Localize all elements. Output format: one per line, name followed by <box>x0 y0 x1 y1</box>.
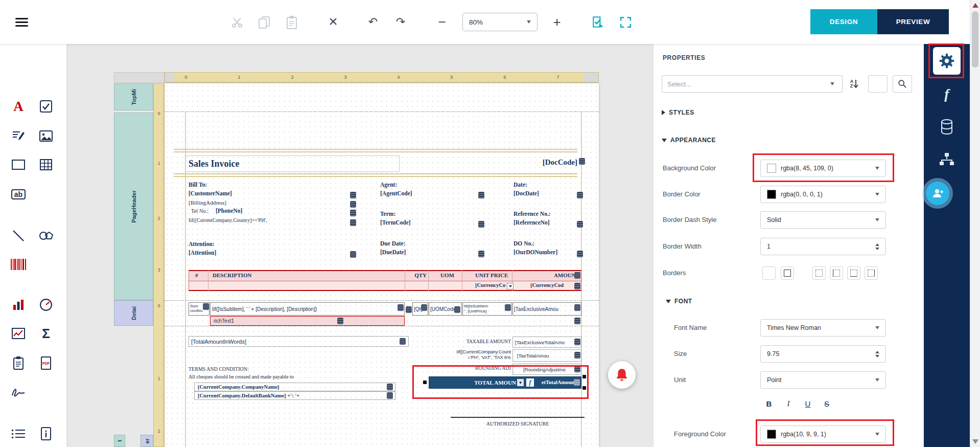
sum-tool[interactable]: Σ <box>37 324 55 343</box>
section-appearance[interactable]: APPEARANCE <box>662 137 716 144</box>
border-dash-select[interactable]: Solid <box>760 211 886 229</box>
total-amount-row[interactable]: TOTAL AMOUN ▾ f etTotalAmoun <box>429 376 581 389</box>
band-top-margin[interactable]: TopMi <box>114 83 153 110</box>
properties-tool-button[interactable] <box>933 47 961 75</box>
info-page-tool[interactable] <box>37 424 55 443</box>
label-tool[interactable]: ab <box>9 185 28 204</box>
scroll-down-icon[interactable] <box>972 439 978 444</box>
pdf-tool[interactable]: PDF <box>37 354 55 372</box>
taxable-amount-cell[interactable]: [TaxExclusiveTotalAmo <box>512 337 581 348</box>
table-tool[interactable] <box>37 155 55 174</box>
text-tool[interactable]: A <box>9 97 28 116</box>
image-tool[interactable] <box>37 127 55 145</box>
bank-name-cell[interactable]: [CurrentCompany.DefaultBankName] +': '+ <box>194 391 395 400</box>
expressions-tool-button[interactable]: f <box>924 84 970 104</box>
border-preset-right[interactable] <box>865 266 878 280</box>
currency-field-1[interactable]: [CurrencyCo <box>475 282 505 288</box>
copy-button[interactable] <box>255 14 273 31</box>
date-field[interactable]: [DocDate] <box>514 190 539 196</box>
tax-amount-cell[interactable]: [TaxTotalAmou <box>512 349 581 362</box>
structure-tool-button[interactable] <box>924 149 970 170</box>
country-expression-field[interactable]: Iif([CurrentCompany.Country]=='PH', <box>189 217 267 223</box>
border-preset-none[interactable] <box>762 266 776 280</box>
italic-button[interactable]: I <box>780 396 797 411</box>
vertical-scrollbar[interactable] <box>970 0 980 447</box>
signature-tool[interactable] <box>9 383 28 401</box>
dropdown-chip[interactable] <box>507 283 514 289</box>
underline-button[interactable]: U <box>799 396 816 411</box>
detail-description-cell[interactable]: Iif([IsSubItem], ' ' + [Description], [D… <box>210 302 405 316</box>
selection-handle[interactable] <box>582 386 586 390</box>
band-page-header[interactable]: PageHeader <box>114 113 153 300</box>
redo-button[interactable]: ↷ <box>391 13 410 31</box>
shape-tool[interactable] <box>37 227 55 245</box>
selection-handle[interactable] <box>582 375 586 378</box>
agent-field[interactable]: [AgentCode] <box>380 190 412 196</box>
gauge-tool[interactable] <box>37 296 55 314</box>
band-partial-left[interactable]: t <box>114 435 125 447</box>
paste-button[interactable] <box>283 14 301 31</box>
undo-button[interactable]: ↶ <box>364 13 382 31</box>
due-date-field[interactable]: [DueDate] <box>380 249 406 255</box>
stepper[interactable] <box>875 243 879 250</box>
rectangle-tool[interactable] <box>9 155 28 174</box>
barcode-tool[interactable] <box>9 255 28 274</box>
do-number-field[interactable]: [OurDONumber] <box>514 249 557 255</box>
table-currency-band[interactable] <box>189 281 581 291</box>
zoom-in-button[interactable]: + <box>548 12 566 32</box>
border-preset-dotted[interactable] <box>812 266 826 280</box>
richtext-cell[interactable]: richText1 <box>210 316 405 326</box>
section-font[interactable]: FONT <box>666 298 692 305</box>
doccode-field[interactable]: [DocCode] <box>517 158 577 167</box>
font-size-input[interactable]: 9.75 <box>760 345 886 363</box>
delete-button[interactable]: × <box>324 11 342 32</box>
preview-tab[interactable]: PREVIEW <box>877 9 949 34</box>
band-detail[interactable]: Detai <box>114 300 153 326</box>
band-partial-right[interactable]: er <box>141 435 153 447</box>
amount-in-words-cell[interactable]: [TotalAmountInWords] <box>189 336 409 347</box>
company-name-cell[interactable]: [CurrentCompany.CompanyName] <box>194 383 395 391</box>
phone-field[interactable]: [PhoneNo] <box>216 208 242 214</box>
background-color-control[interactable]: rgba(8, 45, 109, 0) <box>760 160 886 177</box>
stepper[interactable] <box>875 351 879 357</box>
scroll-up-icon[interactable] <box>972 3 978 8</box>
design-tab[interactable]: DESIGN <box>810 9 877 34</box>
chart-tool[interactable] <box>9 296 28 314</box>
fullscreen-button[interactable] <box>616 12 635 32</box>
panel-extra-button[interactable] <box>868 75 888 93</box>
search-button[interactable] <box>893 75 912 93</box>
font-name-select[interactable]: Times New Roman <box>760 319 886 337</box>
menu-button[interactable] <box>11 12 32 32</box>
datasource-tool-button[interactable] <box>924 117 970 137</box>
add-user-button[interactable] <box>926 182 949 205</box>
border-width-input[interactable]: 1 <box>760 238 886 255</box>
section-styles[interactable]: STYLES <box>662 109 694 116</box>
border-preset-all[interactable] <box>781 266 794 280</box>
subreport-tool[interactable] <box>9 354 28 372</box>
sort-button[interactable]: AZ <box>847 76 862 92</box>
report-page[interactable]: Sales Invoice [DocCode] Bill To: [Custom… <box>165 83 599 447</box>
scrollbar-thumb[interactable] <box>972 11 978 68</box>
property-search-select[interactable] <box>662 75 843 93</box>
customer-field[interactable]: [CustomerName] <box>189 190 232 196</box>
report-title-cell[interactable]: Sales Invoice <box>185 155 400 172</box>
cut-button[interactable] <box>228 14 246 31</box>
picture-chart-tool[interactable] <box>9 324 28 343</box>
billing-address-field[interactable]: [BillingAddress] <box>189 199 226 206</box>
rounding-cell[interactable]: [RoundingAdjustme <box>512 364 581 375</box>
border-preset-left[interactable] <box>830 266 843 280</box>
richtext-tool[interactable] <box>9 127 28 145</box>
line-tool[interactable] <box>9 227 28 245</box>
zoom-out-button[interactable]: − <box>433 12 451 32</box>
zoom-select[interactable]: 80% <box>462 13 538 31</box>
validate-button[interactable] <box>589 12 607 32</box>
list-tool[interactable] <box>9 424 28 443</box>
term-field[interactable]: [TermCode] <box>380 219 411 226</box>
border-color-control[interactable]: rgba(0, 0, 0, 1) <box>760 186 886 203</box>
reference-field[interactable]: [ReferenceNo] <box>514 219 550 226</box>
font-unit-select[interactable]: Point <box>760 371 886 389</box>
currency-field-2[interactable]: [CurrencyCod <box>530 282 564 288</box>
foreground-color-control[interactable]: rgba(10, 9, 9, 1) <box>760 426 886 443</box>
attention-field[interactable]: [Attention] <box>189 250 216 256</box>
notification-button[interactable] <box>608 361 636 389</box>
